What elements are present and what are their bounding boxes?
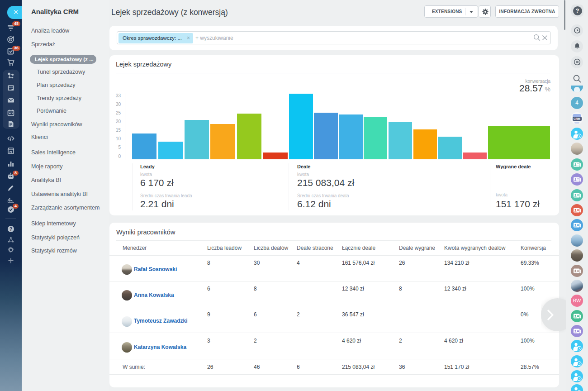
svg-text:?: ?: [9, 227, 12, 232]
